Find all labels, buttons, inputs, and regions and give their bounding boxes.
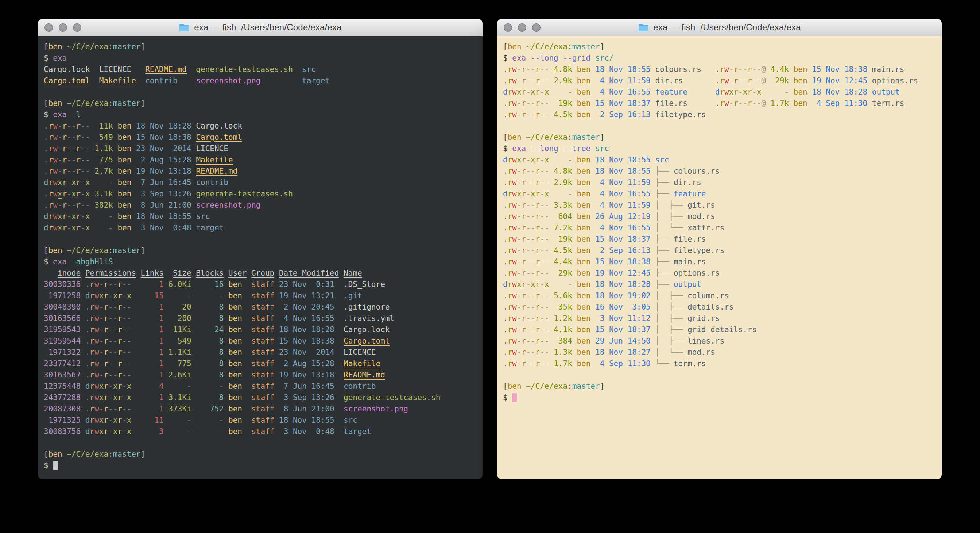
permission-char: r [535,325,540,334]
permission-char: - [544,348,549,357]
permission-char: r [62,121,67,130]
terminal-line: $ exa [44,53,477,64]
terminal-line: .rw-r--r-- 5.6k ben 18 Nov 19:02 │ ├── c… [503,290,936,302]
title-bar[interactable]: exa — fish /Users/ben/Code/exa/exa [497,19,942,36]
permission-char: - [108,314,113,323]
text-segment: ├── [651,235,674,244]
permission-char: . [44,155,49,164]
permission-char: r [76,223,81,232]
permission-char: r [535,246,540,255]
text-segment: 15 Nov 18:37 [590,235,650,244]
permission-char: w [53,190,57,198]
text-segment: ben [113,223,132,232]
permission-char: . [85,359,90,368]
permission-char: r [103,303,108,311]
permission-char: - [108,393,113,402]
permission-char: r [535,65,540,74]
close-button[interactable] [504,23,512,32]
permission-char: - [517,359,522,368]
permission-char: - [757,76,762,85]
minimize-button[interactable] [518,23,526,32]
text-segment: - [549,88,572,96]
permission-char: - [729,99,734,108]
text-segment: [ [44,246,49,255]
permission-char: - [67,223,72,232]
permission-char: - [544,212,549,221]
permission-char: x [517,280,522,289]
permission-char: r [49,155,53,164]
text-segment: ├── [651,167,674,176]
permission-char: r [90,359,94,368]
text-segment: ben [572,65,591,74]
permission-char: - [544,337,549,345]
permission-char: r [522,88,526,96]
text-segment: staff [247,280,274,289]
text-segment: screenshot.png [196,76,261,85]
zoom-button[interactable] [532,23,541,32]
permission-char: w [512,280,517,289]
text-segment [81,269,85,278]
permission-char: - [122,291,127,300]
text-segment: ben [789,65,808,74]
permission-char: x [531,88,535,96]
permission-char: - [108,291,113,300]
permission-char: w [512,167,517,176]
permission-char: - [540,303,544,311]
text-segment [67,110,72,119]
minimize-button[interactable] [59,23,67,32]
permission-char: x [531,190,535,198]
permission-char: w [53,121,57,130]
permission-char: - [517,212,522,221]
permission-char: . [503,348,508,357]
permission-char: r [535,359,540,368]
permission-char: . [503,99,508,108]
text-segment: ~/C/e/exa [67,99,108,108]
text-segment: 18 Nov 18:28 [590,280,650,289]
text-segment: 1 [131,348,164,357]
text-segment: details.rs [687,303,733,311]
permission-char: - [526,359,531,368]
permission-char: . [85,314,90,323]
text-segment: ben [224,404,247,413]
permission-char: - [540,223,544,232]
text-segment: 29k [766,76,789,85]
text-segment: [ [503,133,508,142]
permission-char: w [94,427,99,436]
permission-char: . [503,178,508,187]
title-bar[interactable]: exa — fish /Users/ben/Code/exa/exa [38,19,482,36]
text-segment: Group [251,269,274,278]
text-segment: $ [503,54,512,62]
text-segment: 4 Nov 16:55 [590,190,650,198]
terminal-content[interactable]: [ben ~/C/e/exa:master]$ exa --long --gri… [497,36,942,479]
text-segment: master [113,42,141,51]
permission-char: x [517,190,522,198]
close-button[interactable] [45,23,53,32]
permission-char: - [99,348,104,357]
text-segment: 4.5k [549,110,572,119]
terminal-content[interactable]: [ben ~/C/e/exa:master]$ exaCargo.lock LI… [38,36,482,479]
permission-char: - [526,337,531,345]
text-segment: 2 Aug 15:28 [131,155,191,164]
text-segment: │ ├── [651,303,687,311]
zoom-button[interactable] [73,23,81,32]
permission-char: . [503,269,508,278]
text-segment: 15 [131,291,164,300]
permission-char: w [512,223,517,232]
permission-char: x [127,427,132,436]
text-segment: src [595,144,609,153]
text-segment: ben [224,370,247,379]
text-segment: ~/C/e/exa [67,450,108,458]
permission-char: r [508,246,512,255]
text-segment [702,65,715,74]
text-segment: exa [512,54,526,62]
permission-char: - [99,303,104,311]
text-segment: ben [572,190,591,198]
permission-char: r [522,190,526,198]
permission-char: x [57,178,62,187]
permission-char: w [94,348,99,357]
text-segment: master [113,450,141,458]
text-segment [187,65,196,74]
text-segment: 29 Jun 14:50 [590,337,650,345]
permission-char: - [517,291,522,300]
permission-char: - [752,99,757,108]
